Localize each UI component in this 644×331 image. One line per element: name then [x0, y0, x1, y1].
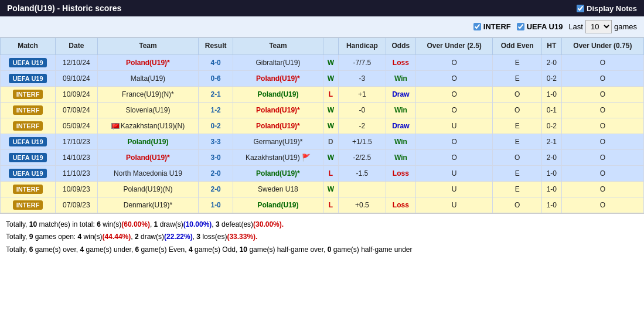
team1-name[interactable]: North Macedonia U19: [97, 165, 199, 181]
match-badge: INTERF: [1, 197, 56, 213]
header: Poland(U19) - Historic scores Display No…: [0, 0, 644, 16]
wl-indicator: L: [323, 197, 338, 213]
interf-filter[interactable]: INTERF: [473, 22, 511, 31]
wl-indicator: W: [323, 54, 338, 70]
team1-name[interactable]: Denmark(U19)*: [97, 197, 199, 213]
team1-name[interactable]: France(U19)(N)*: [97, 86, 199, 102]
odds-value: [386, 181, 415, 197]
games-select[interactable]: 51015202530: [585, 20, 612, 33]
match-result[interactable]: 0-2: [199, 118, 233, 134]
team1-name[interactable]: Slovenia(U19): [97, 102, 199, 118]
table-row: UEFA U1909/10/24Malta(U19)0-6Poland(U19)…: [1, 70, 644, 86]
summary-line2: Totally, 9 games open: 4 win(s)(44.44%),…: [6, 231, 638, 244]
over-under-value: U: [415, 165, 493, 181]
match-date: 17/10/23: [56, 134, 98, 149]
ht-result: 1-0: [541, 165, 561, 181]
team2-name[interactable]: Poland(U19)*: [233, 165, 323, 181]
match-result[interactable]: 3-3: [199, 134, 233, 149]
match-result[interactable]: 2-0: [199, 165, 233, 181]
uefa-filter[interactable]: UEFA U19: [517, 22, 563, 31]
interf-checkbox[interactable]: [473, 23, 481, 30]
team2-name[interactable]: Sweden U18: [233, 181, 323, 197]
col-wl: [323, 38, 338, 55]
team1-name[interactable]: Poland(U19)*: [97, 54, 199, 70]
odd-even-value: O: [493, 149, 542, 165]
over-under-075-value: O: [561, 54, 643, 70]
col-match: Match: [1, 38, 56, 55]
over-under-value: U: [415, 197, 493, 213]
wl-indicator: W: [323, 70, 338, 86]
col-team2: Team: [233, 38, 323, 55]
odd-even-value: O: [493, 197, 542, 213]
uefa-checkbox[interactable]: [517, 23, 524, 30]
match-result[interactable]: 4-0: [199, 54, 233, 70]
summary: Totally, 10 match(es) in total: 6 win(s)…: [0, 213, 644, 261]
team2-name[interactable]: Poland(U19): [233, 86, 323, 102]
handicap-value: -1.5: [338, 165, 386, 181]
team1-name[interactable]: Malta(U19): [97, 70, 199, 86]
match-result[interactable]: 3-0: [199, 149, 233, 165]
team1-name[interactable]: Poland(U19): [97, 134, 199, 149]
team1-name[interactable]: Poland(U19)*: [97, 149, 199, 165]
over-under-value: O: [415, 149, 493, 165]
col-ht: HT: [541, 38, 561, 55]
handicap-value: -2: [338, 118, 386, 134]
display-notes-label[interactable]: Display Notes: [577, 4, 637, 13]
team2-name[interactable]: Poland(U19): [233, 197, 323, 213]
table-row: UEFA U1911/10/23North Macedonia U192-0Po…: [1, 165, 644, 181]
ht-result: 2-1: [541, 134, 561, 149]
display-notes-checkbox[interactable]: [577, 5, 584, 12]
filter-bar: INTERF UEFA U19 Last 51015202530 games: [0, 16, 644, 37]
team2-name[interactable]: Germany(U19)*: [233, 134, 323, 149]
handicap-value: +1/1.5: [338, 134, 386, 149]
table-row: UEFA U1914/10/23Poland(U19)*3-0Kazakhsta…: [1, 149, 644, 165]
over-under-value: U: [415, 181, 493, 197]
over-under-075-value: O: [561, 86, 643, 102]
col-over-under-25: Over Under (2.5): [415, 38, 493, 55]
match-badge: UEFA U19: [1, 54, 56, 70]
match-result[interactable]: 2-0: [199, 181, 233, 197]
ht-result: 1-0: [541, 197, 561, 213]
ht-result: 0-1: [541, 102, 561, 118]
match-date: 11/10/23: [56, 165, 98, 181]
over-under-value: U: [415, 118, 493, 134]
match-result[interactable]: 2-1: [199, 86, 233, 102]
handicap-value: -0: [338, 102, 386, 118]
ht-result: 0-2: [541, 70, 561, 86]
odd-even-value: E: [493, 165, 542, 181]
odds-value: Win: [386, 134, 415, 149]
over-under-075-value: O: [561, 149, 643, 165]
over-under-075-value: O: [561, 165, 643, 181]
summary-line3: Totally, 6 game(s) over, 4 game(s) under…: [6, 244, 638, 257]
team2-name[interactable]: Poland(U19)*: [233, 102, 323, 118]
scores-table: Match Date Team Result Team Handicap Odd…: [0, 37, 644, 213]
team1-name[interactable]: 🚩Kazakhstan(U19)(N): [97, 118, 199, 134]
match-result[interactable]: 1-2: [199, 102, 233, 118]
handicap-value: [338, 181, 386, 197]
wl-indicator: L: [323, 86, 338, 102]
odds-value: Loss: [386, 197, 415, 213]
summary-line1: Totally, 10 match(es) in total: 6 win(s)…: [6, 219, 638, 231]
match-result[interactable]: 1-0: [199, 197, 233, 213]
ht-result: 2-0: [541, 149, 561, 165]
over-under-value: O: [415, 54, 493, 70]
match-date: 12/10/24: [56, 54, 98, 70]
table-row: INTERF10/09/24France(U19)(N)*2-1Poland(U…: [1, 86, 644, 102]
odds-value: Draw: [386, 118, 415, 134]
match-result[interactable]: 0-6: [199, 70, 233, 86]
odds-value: Loss: [386, 165, 415, 181]
odd-even-value: O: [493, 102, 542, 118]
team2-name[interactable]: Poland(U19)*: [233, 70, 323, 86]
team2-name[interactable]: Kazakhstan(U19)🚩: [233, 149, 323, 165]
col-odd-even: Odd Even: [493, 38, 542, 55]
col-odds: Odds: [386, 38, 415, 55]
team1-name[interactable]: Poland(U19)(N): [97, 181, 199, 197]
match-badge: UEFA U19: [1, 70, 56, 86]
flag-icon: 🚩: [111, 123, 120, 129]
wl-indicator: L: [323, 165, 338, 181]
over-under-075-value: O: [561, 134, 643, 149]
match-date: 10/09/23: [56, 181, 98, 197]
ht-result: 1-0: [541, 181, 561, 197]
team2-name[interactable]: Poland(U19)*: [233, 118, 323, 134]
team2-name[interactable]: Gibraltar(U19): [233, 54, 323, 70]
